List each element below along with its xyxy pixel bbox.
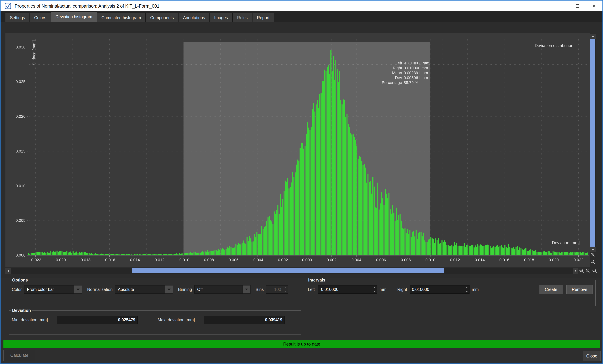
stat-right-label: Right [361, 66, 402, 70]
minimize-icon[interactable] [553, 0, 569, 12]
tab-bar: Settings Colors Deviation histogram Cumu… [0, 12, 603, 22]
window-controls [553, 0, 603, 12]
normalization-label: Normalization [87, 287, 113, 292]
stat-left: Left -0.010000 mm [361, 61, 429, 66]
intervals-group: Intervals Left mm Right mm Create Remove [305, 278, 596, 306]
window-title: Properties of Nominal/actual comparison:… [15, 3, 159, 9]
interval-left-spinner[interactable] [318, 285, 377, 294]
interval-left-unit: mm [380, 287, 386, 292]
spinner-arrows-icon [283, 285, 288, 294]
interval-right-unit: mm [472, 287, 479, 292]
close-icon[interactable] [586, 0, 603, 12]
remove-button[interactable]: Remove [567, 285, 592, 294]
create-button[interactable]: Create [540, 285, 562, 294]
properties-window: Properties of Nominal/actual comparison:… [0, 0, 603, 364]
y-axis-title: Surface [mm²] [32, 40, 36, 65]
tab-deviation-histogram[interactable]: Deviation histogram [51, 12, 97, 22]
tab-colors[interactable]: Colors [30, 13, 51, 22]
spinner-arrows-icon[interactable] [372, 285, 377, 294]
zoom-fit-icon[interactable] [592, 268, 598, 274]
distribution-label: Deviation distribution [517, 43, 573, 48]
normalization-dropdown-value: Absolute [116, 285, 165, 294]
maximize-icon[interactable] [569, 0, 586, 12]
binning-dropdown[interactable]: Off [194, 285, 251, 294]
options-row: Color From color bar Normalization Absol… [12, 285, 298, 294]
scroll-left-icon[interactable] [5, 268, 11, 274]
options-group: Options Color From color bar Normalizati… [9, 278, 301, 306]
scroll-down-icon[interactable] [590, 247, 596, 252]
stat-dev: Dev 0.003061 mm [361, 75, 429, 80]
tab-cumulated-histogram[interactable]: Cumulated histogram [97, 13, 146, 22]
stat-mean: Mean 0.002391 mm [361, 70, 429, 75]
interval-left-label: Left [308, 287, 315, 292]
stat-right: Right 0.010000 mm [361, 66, 429, 70]
stat-mean-value: 0.002391 mm [404, 70, 428, 75]
x-axis-title: Deviation [mm] [535, 240, 580, 245]
min-deviation-label: Min. deviation [mm] [12, 317, 48, 322]
spinner-arrows-icon[interactable] [464, 285, 469, 294]
calculate-button: Calculate [3, 350, 35, 361]
normalization-dropdown[interactable]: Absolute [115, 285, 173, 294]
color-dropdown-value: From color bar [24, 285, 74, 294]
tab-rules[interactable]: Rules [232, 13, 253, 22]
tab-report[interactable]: Report [253, 13, 274, 22]
stat-right-value: 0.010000 mm [404, 66, 428, 70]
status-message: Result is up to date [283, 341, 320, 347]
bins-input [267, 285, 283, 294]
zoom-in-vertical-icon[interactable] [590, 252, 596, 258]
binning-label: Binning [178, 287, 192, 292]
bins-spinner [266, 285, 288, 294]
stat-dev-label: Dev [361, 75, 402, 80]
color-dropdown[interactable]: From color bar [24, 285, 82, 294]
max-deviation-value: 0.039419 [204, 316, 285, 324]
zoom-in-icon[interactable] [579, 268, 585, 274]
tab-images[interactable]: Images [210, 13, 232, 22]
chevron-down-icon[interactable] [74, 285, 82, 294]
options-group-title: Options [11, 278, 29, 282]
stat-dev-value: 0.003061 mm [404, 75, 428, 80]
min-deviation-value: -0.025479 [57, 316, 138, 324]
horizontal-scroll-thumb[interactable] [132, 268, 444, 273]
vertical-scroll-thumb[interactable] [590, 39, 595, 247]
deviation-group-title: Deviation [11, 308, 32, 313]
titlebar: Properties of Nominal/actual comparison:… [0, 0, 603, 12]
app-icon [4, 2, 12, 9]
zoom-out-vertical-icon[interactable] [590, 259, 596, 265]
horizontal-scrollbar[interactable] [5, 268, 578, 274]
zoom-out-icon[interactable] [585, 268, 591, 274]
intervals-group-title: Intervals [307, 278, 327, 282]
stat-percentage: Percentage 88.79 % [361, 80, 429, 85]
stat-percentage-label: Percentage [361, 80, 402, 85]
color-label: Color [12, 287, 22, 292]
stat-mean-label: Mean [361, 70, 402, 75]
deviation-row: Min. deviation [mm] -0.025479 Max. devia… [12, 316, 298, 324]
scroll-up-icon[interactable] [590, 34, 596, 39]
stat-left-label: Left [361, 61, 402, 66]
interval-right-label: Right [397, 287, 407, 292]
binning-dropdown-value: Off [195, 285, 243, 294]
close-button[interactable]: Close [583, 351, 601, 361]
max-deviation-label: Max. deviation [mm] [158, 317, 195, 322]
bins-label: Bins [255, 287, 264, 292]
tab-components[interactable]: Components [146, 13, 178, 22]
deviation-group: Deviation Min. deviation [mm] -0.025479 … [9, 308, 301, 335]
chart-zone: Surface [mm²] Deviation distribution Dev… [0, 22, 603, 278]
interval-right-spinner[interactable] [410, 285, 470, 294]
stat-left-value: -0.010000 mm [404, 61, 429, 66]
stat-percentage-value: 88.79 % [404, 80, 418, 85]
scroll-right-icon[interactable] [573, 268, 578, 274]
chevron-down-icon[interactable] [243, 285, 250, 294]
status-bar: Result is up to date [3, 340, 600, 348]
intervals-row: Left mm Right mm Create Remove [308, 285, 592, 294]
tab-annotations[interactable]: Annotations [178, 13, 210, 22]
deviation-histogram-canvas[interactable] [5, 33, 590, 267]
vertical-scrollbar[interactable] [590, 34, 596, 252]
interval-right-input[interactable] [410, 285, 464, 294]
chevron-down-icon[interactable] [165, 285, 173, 294]
tab-settings[interactable]: Settings [5, 13, 30, 22]
interval-left-input[interactable] [318, 285, 372, 294]
selection-stats: Left -0.010000 mm Right 0.010000 mm Mean… [361, 61, 429, 85]
